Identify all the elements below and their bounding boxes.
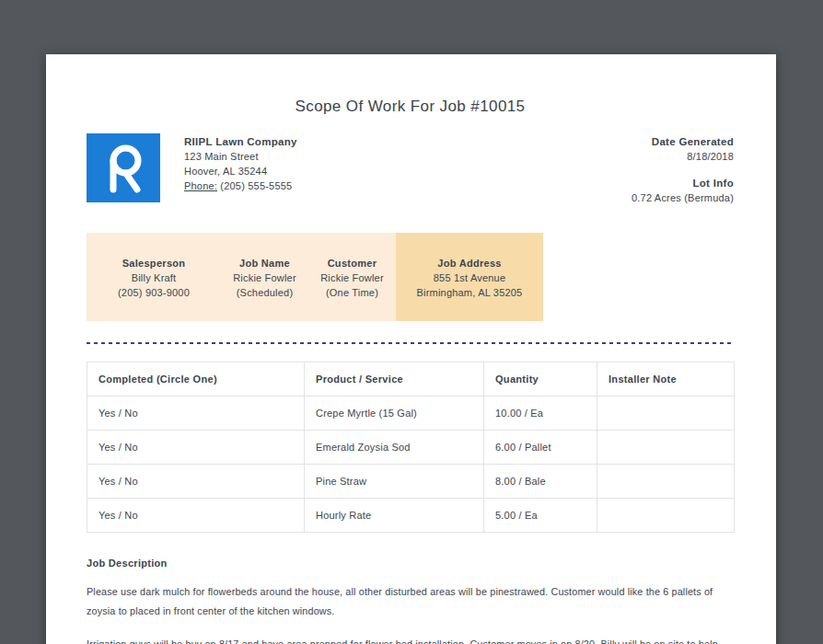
summary-cell-salesperson: Salesperson Billy Kraft (205) 903-9000 xyxy=(87,233,221,321)
riipl-r-icon xyxy=(99,144,147,193)
job-name-value: Rickie Fowler xyxy=(221,270,308,285)
company-phone: Phone: (205) 555-5555 xyxy=(184,178,297,193)
job-name-label: Job Name xyxy=(221,256,308,270)
completed-cell: Yes / No xyxy=(87,465,305,499)
quantity-cell: 6.00 / Pallet xyxy=(484,431,597,465)
summary-cell-customer: Customer Rickie Fowler (One Time) xyxy=(308,233,396,321)
dotted-divider xyxy=(87,342,734,344)
viewer-canvas: Scope Of Work For Job #10015 RIIPL Lawn … xyxy=(0,0,823,644)
company-logo xyxy=(87,133,160,202)
product-cell: Crepe Myrtle (15 Gal) xyxy=(305,397,484,431)
table-row: Yes / No Crepe Myrtle (15 Gal) 10.00 / E… xyxy=(87,397,735,431)
summary-cell-job-name: Job Name Rickie Fowler (Scheduled) xyxy=(221,233,308,321)
date-generated-label: Date Generated xyxy=(632,134,734,149)
header-product-service: Product / Service xyxy=(305,362,484,397)
job-description-paragraph: Irrigation guys will be buy on 8/17 and … xyxy=(87,635,734,644)
document-header: RIIPL Lawn Company 123 Main Street Hoove… xyxy=(87,133,734,205)
product-cell: Emerald Zoysia Sod xyxy=(305,431,484,465)
page-content: Scope Of Work For Job #10015 RIIPL Lawn … xyxy=(46,98,776,644)
job-description-paragraph: Please use dark mulch for flowerbeds aro… xyxy=(87,582,734,621)
completed-cell: Yes / No xyxy=(87,499,305,533)
header-completed: Completed (Circle One) xyxy=(87,362,305,397)
scope-of-work-table: Completed (Circle One) Product / Service… xyxy=(87,362,735,533)
header-installer-note: Installer Note xyxy=(597,362,735,397)
quantity-cell: 8.00 / Bale xyxy=(484,465,597,499)
job-description-heading: Job Description xyxy=(87,558,734,569)
company-info: RIIPL Lawn Company 123 Main Street Hoove… xyxy=(184,133,297,193)
table-header-row: Completed (Circle One) Product / Service… xyxy=(87,362,735,397)
phone-value: (205) 555-5555 xyxy=(220,180,292,191)
company-address-line1: 123 Main Street xyxy=(184,149,297,164)
phone-label: Phone: xyxy=(184,180,217,191)
job-address-line1: 855 1st Avenue xyxy=(396,270,543,285)
meta-spacer xyxy=(632,164,734,176)
job-summary-band: Salesperson Billy Kraft (205) 903-9000 J… xyxy=(87,233,543,321)
customer-type: (One Time) xyxy=(308,285,396,300)
page-title: Scope Of Work For Job #10015 xyxy=(87,98,734,116)
lot-info-value: 0.72 Acres (Bermuda) xyxy=(632,190,734,205)
product-cell: Pine Straw xyxy=(305,465,484,499)
job-address-label: Job Address xyxy=(396,256,543,270)
completed-cell: Yes / No xyxy=(87,431,305,465)
product-cell: Hourly Rate xyxy=(305,499,484,533)
date-generated-value: 8/18/2018 xyxy=(632,149,734,164)
customer-label: Customer xyxy=(308,256,396,270)
installer-note-cell xyxy=(597,431,735,465)
quantity-cell: 10.00 / Ea xyxy=(484,397,597,431)
installer-note-cell xyxy=(597,397,735,431)
document-meta: Date Generated 8/18/2018 Lot Info 0.72 A… xyxy=(632,133,734,205)
summary-cell-job-address: Job Address 855 1st Avenue Birmingham, A… xyxy=(396,233,543,321)
salesperson-name: Billy Kraft xyxy=(87,270,221,285)
installer-note-cell xyxy=(597,499,735,533)
quantity-cell: 5.00 / Ea xyxy=(484,499,597,533)
document-page: Scope Of Work For Job #10015 RIIPL Lawn … xyxy=(46,54,776,644)
job-status: (Scheduled) xyxy=(221,285,308,300)
job-address-line2: Birmingham, AL 35205 xyxy=(396,285,543,300)
company-address-line2: Hoover, AL 35244 xyxy=(184,164,297,178)
salesperson-label: Salesperson xyxy=(87,256,221,270)
table-row: Yes / No Emerald Zoysia Sod 6.00 / Palle… xyxy=(87,431,735,465)
completed-cell: Yes / No xyxy=(87,397,305,431)
installer-note-cell xyxy=(597,465,735,499)
customer-name: Rickie Fowler xyxy=(308,270,396,285)
table-row: Yes / No Pine Straw 8.00 / Bale xyxy=(87,465,735,499)
header-quantity: Quantity xyxy=(484,362,597,397)
lot-info-label: Lot Info xyxy=(632,176,734,190)
company-name: RIIPL Lawn Company xyxy=(184,134,297,149)
table-row: Yes / No Hourly Rate 5.00 / Ea xyxy=(87,499,735,533)
salesperson-phone: (205) 903-9000 xyxy=(87,285,221,300)
